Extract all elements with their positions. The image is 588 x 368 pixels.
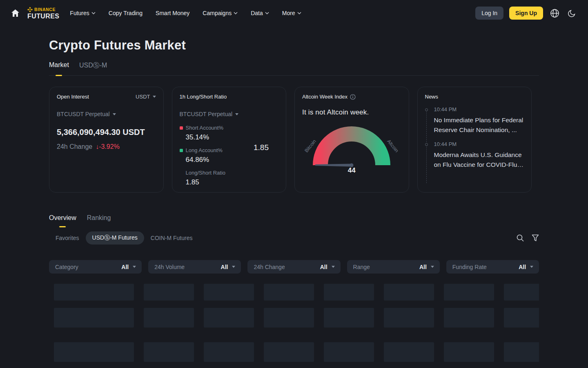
filter-funnel-icon[interactable] (532, 234, 539, 242)
filter-funding-rate[interactable]: Funding Rate All (446, 260, 539, 274)
tab-usds-m[interactable]: USDⓈ-M (79, 61, 107, 70)
loading-placeholder (324, 342, 374, 362)
nav-item-campaigns[interactable]: Campaigns (203, 10, 238, 16)
signup-button[interactable]: Sign Up (509, 7, 543, 20)
skeleton-row (54, 342, 534, 362)
change-value: ↓-3.92% (96, 143, 120, 150)
altcoin-index-gauge: Bitcoin Altcoin 44 (307, 122, 396, 179)
loading-placeholder (264, 308, 314, 328)
long-value: 64.86% (186, 156, 279, 164)
nav-item-more[interactable]: More (282, 10, 301, 16)
caret-down-icon (530, 266, 533, 268)
gauge-value: 44 (348, 166, 356, 175)
pair-select[interactable]: BTCUSDT Perpetual (57, 111, 156, 117)
theme-toggle-button[interactable] (566, 7, 577, 19)
filter-range[interactable]: Range All (347, 260, 440, 274)
tab-market[interactable]: Market (49, 61, 69, 70)
loading-placeholder (444, 284, 494, 301)
tab-ranking[interactable]: Ranking (87, 214, 111, 227)
binance-diamond-icon (27, 7, 33, 12)
nav-item-smart-money[interactable]: Smart Money (156, 10, 189, 16)
caret-down-icon (153, 96, 156, 98)
news-item[interactable]: 10:44 PM No Immediate Plans for Federal … (425, 106, 524, 135)
loading-placeholder (504, 308, 539, 328)
brand-line2: FUTURES (27, 13, 59, 20)
chevron-down-icon (297, 12, 301, 14)
loading-placeholder (54, 342, 134, 362)
stat-cards: Open Interest USDT BTCUSDT Perpetual 5,3… (49, 87, 532, 193)
globe-icon (550, 9, 559, 18)
login-button[interactable]: Log In (475, 7, 503, 20)
loading-placeholder (324, 308, 374, 328)
overview-tabs: Overview Ranking (49, 214, 539, 227)
news-time: 10:44 PM (434, 141, 524, 147)
chevron-down-icon (265, 12, 269, 14)
long-short-ratio-card: 1h Long/Short Ratio BTCUSDT Perpetual Sh… (172, 87, 287, 193)
nav-item-futures[interactable]: Futures (70, 10, 95, 16)
navbar: BINANCE FUTURES Futures Copy Trading Sma… (0, 0, 588, 26)
pill-coin-m-futures[interactable]: COIN-M Futures (144, 232, 199, 244)
news-card: News 10:44 PM No Immediate Plans for Fed… (417, 87, 532, 193)
long-legend-swatch (180, 149, 183, 152)
tab-overview[interactable]: Overview (49, 214, 76, 227)
loading-placeholder (54, 284, 134, 301)
short-label: Short Account% (186, 125, 224, 131)
altcoin-index-title: Altcoin Week Index (302, 94, 347, 100)
pill-favorites[interactable]: Favorites (49, 232, 86, 244)
loading-placeholder (204, 308, 254, 328)
filter-category[interactable]: Category All (49, 260, 142, 274)
home-button[interactable] (11, 9, 19, 17)
news-time: 10:44 PM (434, 106, 524, 112)
nav-item-copy-trading[interactable]: Copy Trading (109, 10, 143, 16)
search-icon[interactable] (516, 234, 524, 242)
language-button[interactable] (549, 7, 560, 19)
loading-skeleton-grid (49, 279, 539, 367)
altcoin-week-index-card: Altcoin Week Index It is not Altcoin wee… (294, 87, 409, 193)
pill-usds-m-futures[interactable]: USDⓈ-M Futures (86, 231, 144, 245)
loading-placeholder (54, 308, 134, 328)
loading-placeholder (444, 308, 494, 328)
open-interest-title: Open Interest (57, 94, 89, 100)
open-interest-card: Open Interest USDT BTCUSDT Perpetual 5,3… (49, 87, 164, 193)
caret-down-icon (113, 113, 116, 115)
open-interest-value: 5,366,090,494.30 USDT (57, 128, 156, 137)
altcoin-index-message: It is not Altcoin week. (302, 108, 401, 117)
nav-item-data[interactable]: Data (251, 10, 269, 16)
loading-placeholder (264, 342, 314, 362)
loading-placeholder (444, 342, 494, 362)
news-item[interactable]: 10:44 PM Moderna Awaits U.S. Guidance on… (425, 141, 524, 170)
loading-placeholder (324, 284, 374, 301)
page-title: Crypto Futures Market (49, 38, 539, 53)
filter-24h-volume[interactable]: 24h Volume All (148, 260, 241, 274)
caret-down-icon (232, 266, 235, 268)
skeleton-row (54, 308, 534, 328)
news-title: News (425, 94, 439, 100)
gauge-arc (307, 122, 396, 170)
news-headline[interactable]: No Immediate Plans for Federal Reserve C… (434, 115, 524, 135)
binance-futures-logo[interactable]: BINANCE FUTURES (27, 7, 59, 20)
filter-24h-change[interactable]: 24h Change All (247, 260, 340, 274)
loading-placeholder (204, 284, 254, 301)
loading-placeholder (204, 342, 254, 362)
currency-select[interactable]: USDT (136, 94, 156, 100)
pair-select[interactable]: BTCUSDT Perpetual (180, 111, 279, 117)
skeleton-row (54, 284, 534, 301)
ratio-value: 1.85 (186, 178, 279, 186)
loading-placeholder (504, 284, 539, 301)
main-content: Crypto Futures Market Market USDⓈ-M Open… (0, 38, 588, 367)
ratio-label: Long/Short Ratio (186, 170, 279, 176)
market-filter-pills: Favorites USDⓈ-M Futures COIN-M Futures (49, 231, 539, 245)
caret-down-icon (332, 266, 335, 268)
chevron-down-icon (91, 12, 96, 14)
loading-placeholder (264, 284, 314, 301)
short-value: 35.14% (186, 133, 279, 141)
market-tabs: Market USDⓈ-M (49, 61, 539, 76)
news-headline[interactable]: Moderna Awaits U.S. Guidance on Flu Vacc… (434, 150, 524, 170)
info-icon[interactable] (350, 94, 356, 100)
long-short-legend: Short Account% 35.14% Long Account% 64.8… (180, 125, 279, 186)
loading-placeholder (384, 342, 434, 362)
filter-row: Category All 24h Volume All 24h Change A… (49, 260, 539, 274)
ratio-center-value: 1.85 (254, 143, 269, 152)
long-label: Long Account% (186, 147, 223, 153)
open-interest-change: 24h Change ↓-3.92% (57, 143, 156, 150)
